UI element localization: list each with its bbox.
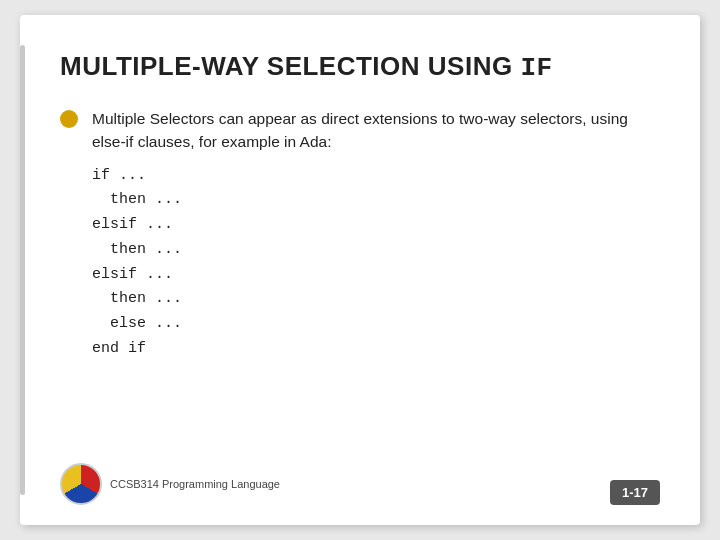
title-code: IF xyxy=(520,53,552,83)
bullet-text: Multiple Selectors can appear as direct … xyxy=(92,107,660,154)
university-logo xyxy=(60,463,102,505)
left-bar xyxy=(20,45,25,495)
code-line-8: end if xyxy=(92,337,660,362)
title-text: MULTIPLE-WAY SELECTION USING xyxy=(60,51,520,81)
logo-area: CCSB314 Programming Language xyxy=(60,463,280,505)
code-line-4: then ... xyxy=(92,238,660,263)
slide: MULTIPLE-WAY SELECTION USING IF Multiple… xyxy=(20,15,700,525)
footer-label: CCSB314 Programming Language xyxy=(110,478,280,490)
slide-content: Multiple Selectors can appear as direct … xyxy=(60,107,660,455)
code-line-2: then ... xyxy=(92,188,660,213)
slide-title: MULTIPLE-WAY SELECTION USING IF xyxy=(60,51,660,83)
bullet-item: Multiple Selectors can appear as direct … xyxy=(60,107,660,154)
code-line-1: if ... xyxy=(92,164,660,189)
code-line-7: else ... xyxy=(92,312,660,337)
code-line-3: elsif ... xyxy=(92,213,660,238)
code-line-5: elsif ... xyxy=(92,263,660,288)
bullet-icon xyxy=(60,110,78,128)
slide-number: 1-17 xyxy=(610,480,660,505)
code-line-6: then ... xyxy=(92,287,660,312)
slide-footer: CCSB314 Programming Language 1-17 xyxy=(60,455,660,505)
code-block: if ... then ... elsif ... then ... elsif… xyxy=(92,164,660,362)
